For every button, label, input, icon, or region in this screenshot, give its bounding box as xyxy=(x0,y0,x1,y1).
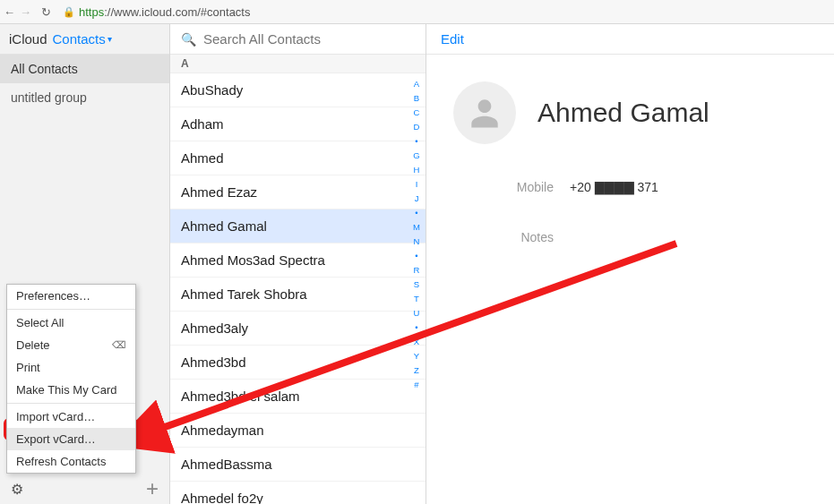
index-letter[interactable]: • xyxy=(409,134,424,149)
index-letter[interactable]: • xyxy=(409,320,424,335)
add-button[interactable]: + xyxy=(146,476,159,501)
contact-row[interactable]: AbuShady xyxy=(170,73,426,107)
index-letter[interactable]: H xyxy=(409,163,424,177)
contact-row[interactable]: AhmedBassma xyxy=(170,448,426,482)
url-field[interactable]: https://www.icloud.com/#contacts xyxy=(79,5,250,19)
url-scheme: https xyxy=(79,5,104,19)
index-letter[interactable]: M xyxy=(409,220,424,235)
chevron-down-icon[interactable]: ▾ xyxy=(107,34,112,44)
groups-column: iCloud Contacts ▾ All Contactsuntitled g… xyxy=(0,24,170,504)
delete-icon: ⌫ xyxy=(112,339,126,351)
index-letter[interactable]: G xyxy=(409,149,424,163)
detail-column: Edit ​ Ahmed Gamal Mobile +20 ▇▇▇▇ 371 N… xyxy=(426,24,834,504)
contact-row[interactable]: Ahmed3bd xyxy=(170,346,426,380)
gear-popup-menu: Preferences…Select AllDelete⌫PrintMake T… xyxy=(6,284,136,474)
notes-label: Notes xyxy=(453,230,570,244)
menu-item-export-vcard[interactable]: Export vCard… xyxy=(7,428,135,450)
edit-button[interactable]: Edit xyxy=(441,31,464,47)
group-item[interactable]: untitled group xyxy=(0,83,169,112)
index-letter[interactable]: N xyxy=(409,235,424,249)
lock-icon: 🔒 xyxy=(63,6,75,18)
search-input[interactable] xyxy=(203,31,415,47)
index-letter[interactable]: C xyxy=(409,106,424,120)
contact-row[interactable]: Ahmed Mos3ad Spectra xyxy=(170,243,426,278)
group-item[interactable]: All Contacts xyxy=(0,55,169,83)
index-letter[interactable]: T xyxy=(409,292,424,306)
menu-item-delete[interactable]: Delete⌫ xyxy=(7,334,135,356)
index-letter[interactable]: • xyxy=(409,206,424,220)
phone-row: Mobile +20 ▇▇▇▇ 371 xyxy=(453,180,816,194)
groups-footer: ⚙ + xyxy=(0,474,169,504)
contact-row[interactable]: Ahmed Ezaz xyxy=(170,175,426,209)
section-header: A xyxy=(170,55,426,73)
contact-row[interactable]: Ahmed Tarek Shobra xyxy=(170,278,426,312)
search-bar: 🔍 xyxy=(170,24,426,55)
menu-item-refresh-contacts[interactable]: Refresh Contacts xyxy=(7,450,135,473)
index-letter[interactable]: # xyxy=(409,378,424,392)
reload-button[interactable]: ↻ xyxy=(38,5,54,19)
groups-header: iCloud Contacts ▾ xyxy=(0,24,169,55)
person-icon xyxy=(465,93,504,132)
index-letter[interactable]: R xyxy=(409,263,424,278)
index-letter[interactable]: J xyxy=(409,192,424,206)
index-letter[interactable]: B xyxy=(409,91,424,106)
forward-button[interactable]: → xyxy=(16,5,32,19)
search-icon: 🔍 xyxy=(181,32,196,47)
menu-separator xyxy=(7,403,135,404)
menu-item-preferences[interactable]: Preferences… xyxy=(7,285,135,307)
index-letter[interactable]: Z xyxy=(409,363,424,378)
contact-row[interactable]: Ahmedayman xyxy=(170,414,426,448)
notes-row: Notes xyxy=(453,230,816,244)
app-switcher[interactable]: Contacts xyxy=(53,31,106,47)
menu-item-make-this-my-card[interactable]: Make This My Card xyxy=(7,379,135,401)
contact-row[interactable]: Ahmed3aly xyxy=(170,312,426,346)
detail-body: Ahmed Gamal Mobile +20 ▇▇▇▇ 371 Notes xyxy=(426,55,834,244)
index-letter[interactable]: A xyxy=(409,77,424,91)
contacts-list: AbuShadyAdhamAhmedAhmed EzazAhmed GamalA… xyxy=(170,73,426,504)
detail-header: Edit ​ xyxy=(426,24,834,55)
index-letter[interactable]: X xyxy=(409,335,424,349)
mobile-value[interactable]: +20 ▇▇▇▇ 371 xyxy=(570,180,658,194)
back-button[interactable]: ← xyxy=(0,5,16,19)
menu-item-print[interactable]: Print xyxy=(7,356,135,379)
app-root: iCloud Contacts ▾ All Contactsuntitled g… xyxy=(0,24,834,504)
contact-row[interactable]: Ahmedel fo2y xyxy=(170,482,426,504)
index-letter[interactable]: U xyxy=(409,306,424,320)
contact-row[interactable]: Adham xyxy=(170,107,426,141)
browser-toolbar: ← → ↻ 🔒 https://www.icloud.com/#contacts xyxy=(0,0,834,24)
contact-row[interactable]: Ahmed xyxy=(170,141,426,175)
gear-icon[interactable]: ⚙ xyxy=(11,481,23,498)
menu-item-import-vcard[interactable]: Import vCard… xyxy=(7,406,135,428)
alpha-index[interactable]: ABCD•GHIJ•MN•RSTU•XYZ# xyxy=(409,73,424,504)
index-letter[interactable]: S xyxy=(409,278,424,292)
person-header: Ahmed Gamal xyxy=(453,81,816,144)
contact-row[interactable]: Ahmed Gamal xyxy=(170,209,426,243)
url-rest: ://www.icloud.com/#contacts xyxy=(104,5,250,19)
brand-label: iCloud xyxy=(9,31,47,47)
avatar xyxy=(453,81,516,144)
menu-separator xyxy=(7,309,135,310)
groups-list: All Contactsuntitled group xyxy=(0,55,169,112)
mobile-label: Mobile xyxy=(453,180,570,194)
index-letter[interactable]: • xyxy=(409,249,424,263)
index-letter[interactable]: I xyxy=(409,177,424,192)
contacts-column: 🔍 A AbuShadyAdhamAhmedAhmed EzazAhmed Ga… xyxy=(170,24,426,504)
contact-row[interactable]: Ahmed3bd el salam xyxy=(170,380,426,414)
contact-name: Ahmed Gamal xyxy=(537,98,709,128)
index-letter[interactable]: Y xyxy=(409,349,424,363)
menu-item-select-all[interactable]: Select All xyxy=(7,312,135,334)
index-letter[interactable]: D xyxy=(409,120,424,134)
